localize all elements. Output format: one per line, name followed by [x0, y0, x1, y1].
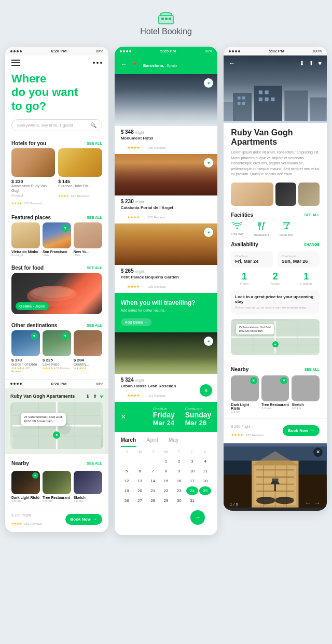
cal-day-11[interactable]: 11 — [199, 467, 211, 475]
cal-close-btn[interactable]: ✕ — [121, 413, 126, 421]
cal-day-7[interactable]: 7 — [147, 467, 159, 475]
cal-day-24[interactable]: 24 — [186, 486, 198, 495]
result-catalonia[interactable]: ♥ $ 230 /night Catalonia Portal de l'Ang… — [115, 154, 218, 223]
heart-btn-eden[interactable]: ♥ — [31, 332, 38, 340]
nearby-sketch-s3[interactable]: Sketch 4.8 km — [292, 375, 320, 413]
cal-day-2[interactable]: 2 — [173, 457, 185, 466]
guest-label-room: Room — [240, 282, 248, 285]
cal-month-april[interactable]: April — [146, 437, 158, 443]
cal-day-5[interactable]: 5 — [121, 467, 133, 475]
lb-prev-btn[interactable]: ← — [305, 499, 311, 507]
cal-day-18[interactable]: 18 — [199, 477, 211, 485]
hotel-card-ruby[interactable]: $ 230 Amsterdam Ruby Van Gogh Portugal ★… — [11, 148, 55, 206]
nearby-see-all-s1[interactable]: SEE ALL — [87, 461, 102, 465]
cal-day-19[interactable]: 19 — [121, 486, 133, 495]
cta-btn[interactable]: Add Dates → — [121, 318, 152, 326]
cal-day-12[interactable]: 12 — [121, 477, 133, 485]
cal-day-23[interactable]: 23 — [173, 486, 185, 495]
cal-day-27[interactable]: 27 — [134, 496, 146, 505]
cal-day-22[interactable]: 22 — [160, 486, 172, 495]
nearby-see-all-s3[interactable]: SEE ALL — [305, 368, 320, 371]
cal-day-14[interactable]: 14 — [147, 477, 159, 485]
nearby-dark-s3[interactable]: ♥ Dark Light Ristò 1.8 km — [231, 375, 259, 413]
heart-btn-sf[interactable]: ♥ — [62, 225, 69, 232]
lightbox-close-btn[interactable]: ✕ — [313, 447, 323, 457]
download-icon-s3[interactable]: ⬇ — [299, 60, 305, 67]
hotel-photo-2[interactable] — [275, 183, 297, 206]
feat-card-ny[interactable]: New Yo... USA — [74, 222, 102, 257]
search-icon[interactable]: 🔍 — [90, 122, 96, 128]
share-icon[interactable]: ⬆ — [93, 394, 97, 399]
dest-see-all[interactable]: SEE ALL — [87, 324, 102, 327]
search-bar[interactable]: Everywhere, any time, 1 guest 🔍 — [11, 119, 102, 131]
heart-dark-s3[interactable]: ♥ — [250, 377, 257, 384]
heart-icon-s3[interactable]: ♥ — [318, 60, 322, 67]
cal-day-10[interactable]: 10 — [186, 467, 198, 475]
map-mini-pin-s3[interactable]: ● — [272, 341, 279, 347]
cal-next-btn[interactable]: → — [190, 510, 205, 525]
menu-dots[interactable] — [93, 62, 102, 64]
cal-day-28[interactable]: 28 — [147, 496, 159, 505]
cal-month-march[interactable]: March — [121, 437, 136, 443]
cal-day-30[interactable]: 30 — [173, 496, 185, 505]
result-price-monument: $ 348 /night — [115, 126, 218, 136]
dest-row: ♥ $ 178 Garden of Eden ★★★★★ 465 Reviews… — [5, 330, 108, 379]
heart-dark-s1[interactable]: ♥ — [32, 472, 38, 479]
cal-day-13[interactable]: 13 — [134, 477, 146, 485]
dest-card-country[interactable]: $ 284 Country... ★★★★★ — [74, 330, 102, 373]
hamburger-icon[interactable] — [11, 60, 20, 66]
cal-day-4[interactable]: 4 — [199, 457, 211, 466]
cal-day-26[interactable]: 26 — [121, 496, 133, 505]
book-btn-s3[interactable]: Book Now → — [283, 425, 320, 436]
hotel-card-florence[interactable]: $ 145 Florence Hotel Flo... ★★★★ 525 Rev… — [58, 148, 102, 206]
cal-day-16[interactable]: 16 — [173, 477, 185, 485]
cal-day-29[interactable]: 29 — [160, 496, 172, 505]
cal-day-6[interactable]: 6 — [134, 467, 146, 475]
back-icon-s3[interactable]: ← — [229, 60, 235, 67]
svg-point-7 — [32, 287, 74, 298]
bar-icon — [282, 222, 290, 232]
cal-day-31[interactable]: 31 — [186, 496, 198, 505]
result-monument[interactable]: ♥ $ 348 /night Monument Hotel ★★★★ 295 R… — [115, 74, 218, 154]
nearby-dark-s1[interactable]: ♥ Dark Light Ristò 1.8 km — [11, 471, 40, 502]
cal-day-21[interactable]: 21 — [147, 486, 159, 495]
food-see-all[interactable]: SEE ALL — [87, 266, 102, 270]
result-urban[interactable]: ♥ $ 324 /night Urban Hotels Gran Rosello… — [115, 332, 218, 402]
lb-next-btn[interactable]: → — [314, 499, 321, 507]
result-palau[interactable]: ♥ $ 265 /night Petit Palace Boqueria Gar… — [115, 223, 218, 293]
feat-name-viana: Vieira do Minho — [11, 250, 40, 254]
cal-day-15[interactable]: 15 — [160, 477, 172, 485]
download-icon[interactable]: ⬇ — [86, 394, 90, 399]
dest-card-lake[interactable]: ♥ $ 225 Lake Flato ★★★★★ 52 Reviews — [43, 330, 71, 373]
cal-day-25[interactable]: 25 — [199, 486, 211, 495]
hotel-photo-3[interactable] — [298, 183, 320, 206]
cal-day-1[interactable]: 1 — [160, 457, 172, 466]
booking-bottom-s1: $ 230 /night ★★★★ 265 Reviews Book Now → — [5, 508, 108, 532]
result-name-catalonia: Catalonia Portal de l'Angel — [115, 205, 218, 211]
nearby-tree-s1[interactable]: Tree Restaurant 2.8 km — [43, 471, 71, 502]
cal-month-may[interactable]: May — [169, 437, 178, 443]
featured-see-all[interactable]: SEE ALL — [87, 216, 102, 219]
cal-day-20[interactable]: 20 — [134, 486, 146, 495]
cal-day-9[interactable]: 9 — [173, 467, 185, 475]
svg-rect-22 — [238, 96, 240, 99]
facilities-see-all[interactable]: SEE ALL — [305, 213, 320, 217]
heart-icon-map[interactable]: ♥ — [100, 394, 103, 399]
hotel-photo-1[interactable] — [231, 183, 273, 206]
cal-day-3[interactable]: 3 — [186, 457, 198, 466]
back-arrow-s2[interactable]: ← — [121, 61, 127, 68]
book-btn-s1[interactable]: Book Now → — [65, 514, 102, 525]
hotels-see-all[interactable]: SEE ALL — [87, 142, 102, 145]
nearby-sketch-s1[interactable]: Sketch 4.8 km — [74, 471, 102, 502]
change-btn[interactable]: CHANGE — [304, 243, 320, 246]
map-pin-s1[interactable]: ● — [53, 431, 60, 439]
nearby-tree-s3[interactable]: ♥ Tree Restaurant 3.2 km — [261, 375, 289, 413]
cal-day-8[interactable]: 8 — [160, 467, 172, 475]
feat-card-viana[interactable]: Vieira do Minho Portugal — [11, 222, 40, 257]
app-title: Hotel Booking — [140, 27, 192, 36]
heart-btn-lake[interactable]: ♥ — [62, 332, 69, 340]
dest-card-eden[interactable]: ♥ $ 178 Garden of Eden ★★★★★ 465 Reviews — [11, 330, 40, 373]
feat-card-sf[interactable]: ♥ San Francisco USA — [43, 222, 71, 257]
cal-day-17[interactable]: 17 — [186, 477, 198, 485]
share-icon-s3[interactable]: ⬆ — [309, 60, 314, 67]
